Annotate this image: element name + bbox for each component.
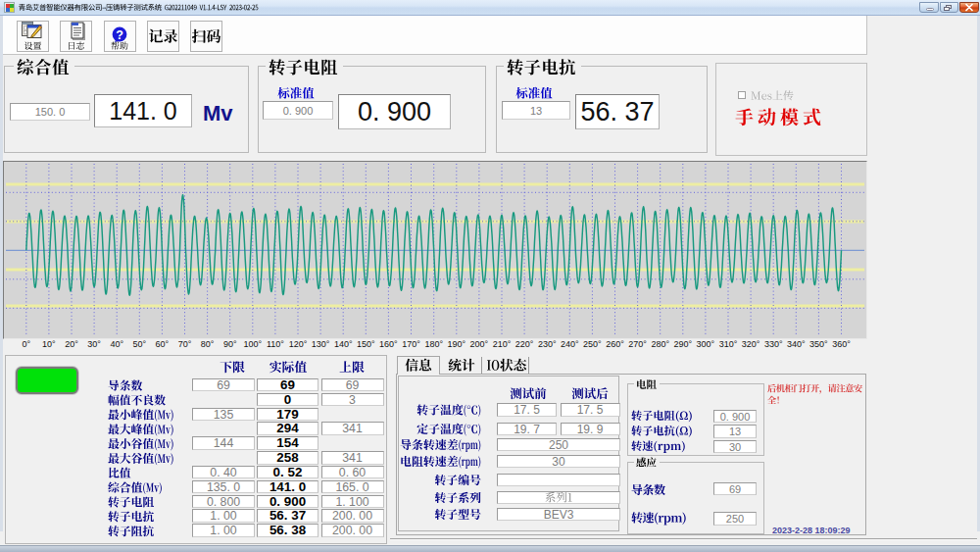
svg-text:?: ? [116, 27, 123, 41]
